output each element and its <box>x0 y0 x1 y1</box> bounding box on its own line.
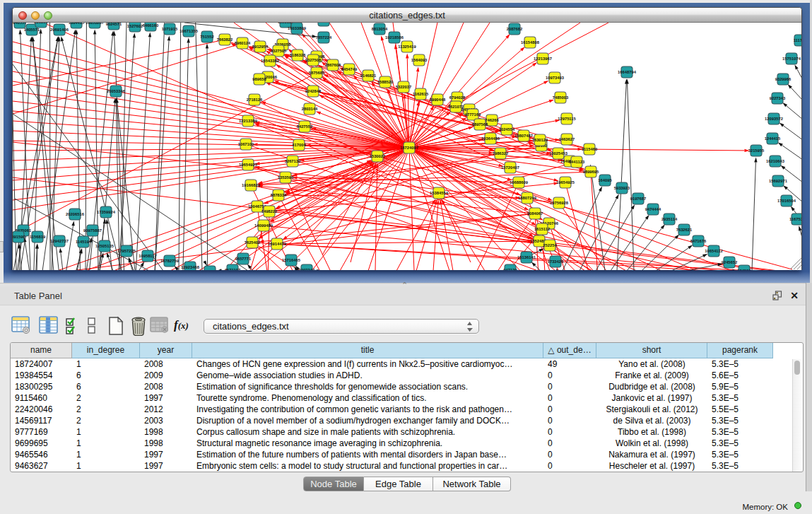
svg-text:20691406: 20691406 <box>50 28 69 32</box>
svg-text:16543382: 16543382 <box>261 59 279 63</box>
svg-text:9197687: 9197687 <box>630 197 647 201</box>
svg-text:1498222: 1498222 <box>261 209 278 214</box>
svg-text:8960124: 8960124 <box>235 41 251 45</box>
svg-text:1067100: 1067100 <box>238 142 254 146</box>
svg-text:751552: 751552 <box>200 35 213 39</box>
svg-text:252254: 252254 <box>543 243 557 247</box>
svg-text:15716465: 15716465 <box>282 258 301 262</box>
svg-text:9657771: 9657771 <box>235 257 252 261</box>
svg-text:8813054: 8813054 <box>372 27 388 31</box>
svg-text:8878334: 8878334 <box>271 193 287 197</box>
svg-text:15720407: 15720407 <box>501 165 519 170</box>
svg-text:7632621: 7632621 <box>676 228 693 232</box>
svg-text:7485003: 7485003 <box>553 95 569 100</box>
svg-text:9571107: 9571107 <box>225 268 240 270</box>
svg-text:1244415: 1244415 <box>765 136 781 141</box>
svg-text:11325419: 11325419 <box>398 45 416 49</box>
svg-text:9463627: 9463627 <box>559 137 575 141</box>
svg-text:9327505: 9327505 <box>271 49 287 53</box>
svg-text:1733426: 1733426 <box>548 259 564 264</box>
svg-text:9777169: 9777169 <box>465 112 481 117</box>
svg-text:9242848: 9242848 <box>305 89 322 93</box>
svg-text:10853287: 10853287 <box>86 23 104 25</box>
svg-text:8186328: 8186328 <box>290 53 306 57</box>
svg-text:19166829: 19166829 <box>242 183 261 187</box>
svg-text:10025453: 10025453 <box>549 151 568 156</box>
svg-text:9115460: 9115460 <box>582 147 597 151</box>
svg-text:19654925: 19654925 <box>556 180 575 185</box>
svg-text:18807249: 18807249 <box>518 196 537 200</box>
svg-text:9899695: 9899695 <box>583 170 599 174</box>
svg-text:16154808: 16154808 <box>521 40 540 45</box>
svg-text:164095: 164095 <box>598 178 612 182</box>
svg-text:9084067: 9084067 <box>527 211 543 216</box>
svg-text:6794028: 6794028 <box>449 95 466 100</box>
svg-text:20206516: 20206516 <box>66 212 85 216</box>
svg-text:15384554: 15384554 <box>430 191 449 195</box>
svg-text:12213389: 12213389 <box>239 119 258 123</box>
svg-text:2935114: 2935114 <box>661 217 678 221</box>
svg-text:7663822: 7663822 <box>217 37 233 42</box>
svg-text:7630124: 7630124 <box>532 138 548 142</box>
svg-text:1527602: 1527602 <box>127 24 143 28</box>
svg-text:5933923: 5933923 <box>614 186 630 190</box>
svg-text:15692971: 15692971 <box>769 179 788 183</box>
svg-text:1162615: 1162615 <box>413 92 429 96</box>
svg-text:3267130: 3267130 <box>285 159 301 163</box>
svg-text:1405571: 1405571 <box>24 28 40 32</box>
svg-text:3215955: 3215955 <box>748 148 765 153</box>
svg-text:16033809: 16033809 <box>288 26 307 30</box>
svg-text:12975115: 12975115 <box>558 117 576 121</box>
svg-text:10973493: 10973493 <box>546 76 565 80</box>
svg-text:12213967: 12213967 <box>534 57 552 61</box>
svg-text:10654112: 10654112 <box>705 249 722 253</box>
svg-text:9024571: 9024571 <box>106 23 122 26</box>
svg-text:1884415: 1884415 <box>69 23 85 25</box>
svg-text:5322037: 5322037 <box>396 85 412 89</box>
svg-text:16648794: 16648794 <box>618 70 637 74</box>
svg-text:10688609: 10688609 <box>510 180 529 185</box>
svg-text:1588520: 1588520 <box>377 80 394 84</box>
svg-text:2718126: 2718126 <box>247 98 263 102</box>
svg-text:1071915: 1071915 <box>162 27 178 31</box>
svg-text:9474444: 9474444 <box>645 207 661 211</box>
svg-text:9146821: 9146821 <box>360 74 377 78</box>
svg-text:90975887: 90975887 <box>83 228 102 233</box>
svg-text:9327508: 9327508 <box>305 58 322 62</box>
svg-text:2867608: 2867608 <box>325 63 341 67</box>
svg-text:840557: 840557 <box>13 23 26 25</box>
svg-text:15751074: 15751074 <box>782 57 801 61</box>
svg-text:2803144: 2803144 <box>302 107 318 111</box>
svg-text:20053346: 20053346 <box>107 89 126 93</box>
svg-text:9245652: 9245652 <box>722 260 738 264</box>
svg-text:16782759: 16782759 <box>160 259 180 263</box>
svg-text:12942737: 12942737 <box>50 239 69 243</box>
svg-text:19218586: 19218586 <box>385 35 404 40</box>
svg-text:7857224: 7857224 <box>316 35 332 40</box>
svg-text:19756928: 19756928 <box>550 201 569 205</box>
svg-text:1530027: 1530027 <box>370 154 386 158</box>
svg-text:10958117: 10958117 <box>139 254 156 258</box>
svg-text:1564093: 1564093 <box>411 58 428 62</box>
svg-text:3024554: 3024554 <box>499 127 515 132</box>
svg-text:17016504: 17016504 <box>777 199 796 203</box>
svg-text:1167533: 1167533 <box>789 217 801 221</box>
svg-text:5875685: 5875685 <box>309 71 325 75</box>
svg-text:231309: 231309 <box>34 23 48 24</box>
svg-text:1353594: 1353594 <box>278 175 294 180</box>
svg-text:15136141: 15136141 <box>517 255 536 259</box>
svg-text:17957225: 17957225 <box>117 249 136 253</box>
svg-text:12093572: 12093572 <box>765 117 783 121</box>
svg-text:8912954: 8912954 <box>252 45 269 49</box>
svg-text:417004: 417004 <box>292 143 306 147</box>
svg-text:9227343: 9227343 <box>770 96 786 100</box>
svg-text:18724007: 18724007 <box>400 146 418 150</box>
svg-text:12505135: 12505135 <box>95 244 114 248</box>
svg-text:947129: 947129 <box>503 268 517 270</box>
svg-text:19654925: 19654925 <box>239 163 258 167</box>
svg-text:989658: 989658 <box>252 77 266 81</box>
svg-text:9329966: 9329966 <box>775 77 792 81</box>
svg-text:7625402: 7625402 <box>245 240 261 245</box>
svg-text:111732: 111732 <box>794 38 801 42</box>
svg-text:924506: 924506 <box>737 269 751 270</box>
